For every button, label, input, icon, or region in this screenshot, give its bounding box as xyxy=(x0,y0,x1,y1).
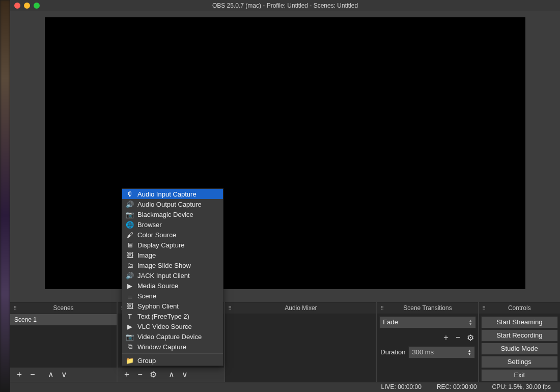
move-scene-down-button[interactable]: ∨ xyxy=(59,370,69,380)
source-type-menu-item[interactable]: 📷Video Capture Device xyxy=(122,331,223,342)
source-type-menu-item[interactable]: 📷Blackmagic Device xyxy=(122,209,223,219)
menu-item-label: Blackmagic Device xyxy=(137,211,193,218)
menu-separator xyxy=(122,353,223,354)
add-transition-button[interactable]: ＋ xyxy=(441,332,451,343)
move-source-down-button[interactable]: ∨ xyxy=(180,370,190,380)
menu-item-label: Syphon Client xyxy=(137,302,179,310)
image-icon: 🖼 xyxy=(126,302,133,310)
play-icon: ▶ xyxy=(126,323,133,330)
source-type-menu-item[interactable]: 🔊JACK Input Client xyxy=(122,270,223,281)
menu-item-label: Image Slide Show xyxy=(137,262,191,269)
exit-button[interactable]: Exit xyxy=(481,369,558,381)
move-source-up-button[interactable]: ∧ xyxy=(166,370,177,380)
grip-icon: ⠿ xyxy=(13,305,17,311)
source-type-menu-item[interactable]: TText (FreeType 2) xyxy=(122,311,223,321)
scenes-dock-header[interactable]: ⠿ Scenes xyxy=(10,303,117,314)
menu-item-label: Audio Input Capture xyxy=(137,190,197,198)
remove-transition-button[interactable]: − xyxy=(454,333,463,342)
menu-item-label: Image xyxy=(137,251,156,259)
scenes-toolbar: ＋ − ∧ ∨ xyxy=(10,368,117,382)
list-icon: ≣ xyxy=(126,292,133,300)
transitions-body: Fade ▲▼ ＋ − ⚙ Duration 300 ms ▲▼ xyxy=(377,314,478,382)
source-type-menu-item[interactable]: 🖼Syphon Client xyxy=(122,301,223,311)
source-type-menu-item[interactable]: 🖼Image xyxy=(122,250,223,260)
minimize-window-button[interactable] xyxy=(24,3,30,9)
duration-spinbox[interactable]: 300 ms ▲▼ xyxy=(408,346,474,358)
audio-mixer-body xyxy=(225,314,376,382)
source-type-menu-item[interactable]: ≣Scene xyxy=(122,291,223,301)
globe-icon: 🌐 xyxy=(126,221,133,229)
transitions-dock: ⠿ Scene Transitions Fade ▲▼ ＋ − ⚙ Durati… xyxy=(377,302,478,382)
menu-item-label: Scene xyxy=(137,292,156,300)
slides-icon: 🗂 xyxy=(126,262,133,269)
menu-item-label: Window Capture xyxy=(137,343,186,351)
add-source-context-menu: 🎙Audio Input Capture🔊Audio Output Captur… xyxy=(122,188,223,366)
audio-mixer-dock: ⠿ Audio Mixer xyxy=(225,302,376,382)
grip-icon: ⠿ xyxy=(380,305,384,311)
source-type-menu-item-group[interactable]: 📁Group xyxy=(122,355,223,366)
add-source-button[interactable]: ＋ xyxy=(122,370,132,380)
controls-title: Controls xyxy=(508,304,531,312)
status-bar: LIVE: 00:00:00 REC: 00:00:00 CPU: 1.5%, … xyxy=(10,382,560,392)
start-streaming-button[interactable]: Start Streaming xyxy=(481,316,558,328)
source-properties-button[interactable]: ⚙ xyxy=(148,370,158,380)
camera-icon: 📷 xyxy=(126,333,133,341)
window-title: OBS 25.0.7 (mac) - Profile: Untitled - S… xyxy=(10,2,560,9)
transitions-title: Scene Transitions xyxy=(403,304,452,312)
source-type-menu-item[interactable]: 🗂Image Slide Show xyxy=(122,260,223,270)
grip-icon: ⠿ xyxy=(482,305,486,311)
preview-area xyxy=(10,11,560,299)
select-arrows-icon: ▲▼ xyxy=(469,319,472,326)
scenes-dock: ⠿ Scenes Scene 1 ＋ − ∧ ∨ xyxy=(10,302,117,382)
remove-source-button[interactable]: − xyxy=(135,370,145,380)
window-icon: ⧉ xyxy=(126,343,133,351)
controls-dock: ⠿ Controls Start Streaming Start Recordi… xyxy=(479,302,560,382)
scenes-dock-title: Scenes xyxy=(53,304,74,312)
controls-header[interactable]: ⠿ Controls xyxy=(479,303,560,314)
source-type-menu-item[interactable]: 🎙Audio Input Capture xyxy=(122,189,223,199)
menu-item-label: Group xyxy=(137,357,156,365)
menu-item-label: Video Capture Device xyxy=(137,333,202,341)
transition-settings-button[interactable]: ⚙ xyxy=(466,333,475,343)
remove-scene-button[interactable]: − xyxy=(27,370,38,380)
source-type-menu-item[interactable]: ⧉Window Capture xyxy=(122,342,223,352)
add-scene-button[interactable]: ＋ xyxy=(14,370,24,380)
menu-item-label: Text (FreeType 2) xyxy=(137,313,189,320)
status-live: LIVE: 00:00:00 xyxy=(381,383,421,390)
settings-button[interactable]: Settings xyxy=(481,356,558,368)
source-type-menu-item[interactable]: 🌐Browser xyxy=(122,219,223,230)
speaker-icon: 🔊 xyxy=(126,272,133,279)
text-icon: T xyxy=(126,313,133,320)
duration-label: Duration xyxy=(380,348,405,356)
status-rec: REC: 00:00:00 xyxy=(437,383,477,390)
audio-mixer-header[interactable]: ⠿ Audio Mixer xyxy=(225,303,376,314)
sources-toolbar: ＋ − ⚙ ∧ ∨ xyxy=(118,368,224,382)
source-type-menu-item[interactable]: 🖥Display Capture xyxy=(122,240,223,250)
scene-item[interactable]: Scene 1 xyxy=(10,314,117,325)
controls-body: Start Streaming Start Recording Studio M… xyxy=(479,314,560,382)
close-window-button[interactable] xyxy=(14,3,20,9)
menu-item-label: Display Capture xyxy=(137,241,185,249)
obs-window: OBS 25.0.7 (mac) - Profile: Untitled - S… xyxy=(10,0,560,392)
speaker-icon: 🔊 xyxy=(126,201,133,208)
source-type-menu-item[interactable]: 🖌Color Source xyxy=(122,230,223,240)
start-recording-button[interactable]: Start Recording xyxy=(481,329,558,342)
studio-mode-button[interactable]: Studio Mode xyxy=(481,343,558,355)
brush-icon: 🖌 xyxy=(126,231,133,239)
preview-canvas[interactable] xyxy=(45,17,525,289)
zoom-window-button[interactable] xyxy=(34,3,40,9)
status-cpu: CPU: 1.5%, 30.00 fps xyxy=(492,383,551,390)
mic-icon: 🎙 xyxy=(126,190,133,198)
menu-item-label: Media Source xyxy=(137,282,178,290)
docks-row: ⠿ Scenes Scene 1 ＋ − ∧ ∨ ⠿ Sources ＋ − xyxy=(10,302,560,382)
audio-mixer-title: Audio Mixer xyxy=(285,304,317,312)
source-type-menu-item[interactable]: ▶Media Source xyxy=(122,281,223,291)
source-type-menu-item[interactable]: 🔊Audio Output Capture xyxy=(122,199,223,209)
transition-select[interactable]: Fade ▲▼ xyxy=(379,316,475,328)
desktop-wallpaper-sliver xyxy=(0,0,10,392)
menu-item-label: Audio Output Capture xyxy=(137,201,202,208)
move-scene-up-button[interactable]: ∧ xyxy=(46,370,56,380)
transitions-header[interactable]: ⠿ Scene Transitions xyxy=(377,303,478,314)
source-type-menu-item[interactable]: ▶VLC Video Source xyxy=(122,321,223,331)
transition-selected-value: Fade xyxy=(383,318,398,326)
